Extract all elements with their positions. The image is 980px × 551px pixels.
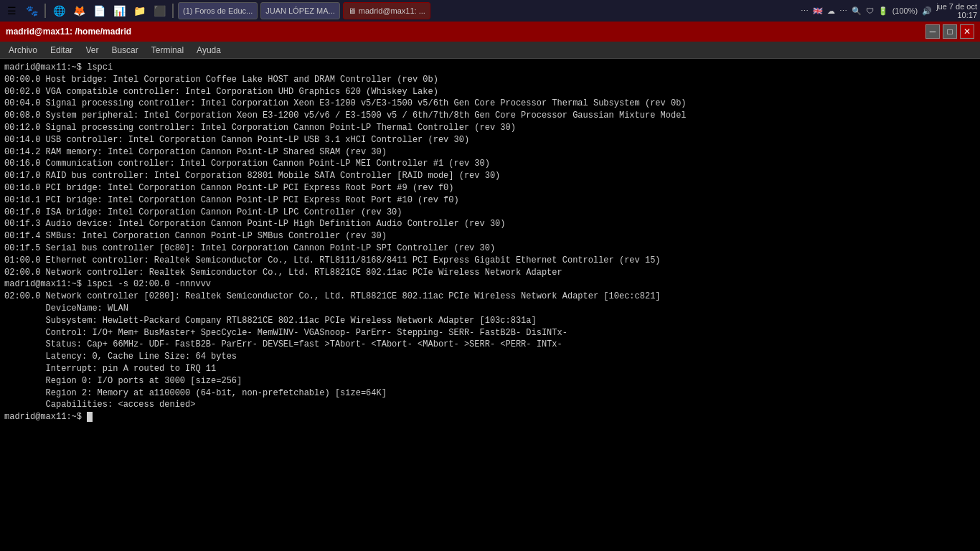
taskbar-separator2 [172, 4, 174, 18]
taskbar-paw-icon[interactable]: 🐾 [23, 2, 40, 19]
menu-bar: Archivo Editar Ver Buscar Terminal Ayuda [0, 42, 980, 59]
taskbar-search-icon[interactable]: 🔍 [852, 6, 862, 16]
taskbar-terminal-icon[interactable]: ⬛ [151, 2, 168, 19]
taskbar-cloud-icon[interactable]: ☁ [827, 6, 835, 16]
menu-terminal[interactable]: Terminal [146, 44, 189, 57]
terminal-title: madrid@max11: /home/madrid [6, 27, 131, 37]
taskbar-shield-icon[interactable]: 🛡 [866, 6, 874, 15]
taskbar-more-btn[interactable]: ⋯ [801, 6, 809, 16]
taskbar-firefox-icon[interactable]: 🦊 [70, 2, 88, 19]
menu-buscar[interactable]: Buscar [105, 44, 143, 57]
taskbar-spreadsheet-icon[interactable]: 📊 [110, 2, 128, 19]
taskbar-files-icon[interactable]: 📁 [131, 2, 148, 19]
taskbar-separator [44, 4, 46, 18]
terminal-window: madrid@max11: /home/madrid ─ □ ✕ Archivo… [0, 22, 980, 551]
terminal-title-bar: madrid@max11: /home/madrid ─ □ ✕ [0, 22, 980, 42]
close-button[interactable]: ✕ [960, 24, 974, 39]
taskbar-volume-icon[interactable]: 🔊 [922, 6, 932, 16]
taskbar-clock: jue 7 de oct 10:17 [936, 2, 977, 19]
taskbar-tab-foros-label: (1) Foros de Educ... [183, 6, 253, 15]
taskbar-flag-icon[interactable]: 🇬🇧 [813, 6, 823, 16]
taskbar-menu-icon[interactable]: ☰ [3, 2, 20, 19]
taskbar-tab-foros[interactable]: (1) Foros de Educ... [178, 2, 258, 19]
taskbar: ☰ 🐾 🌐 🦊 📄 📊 📁 ⬛ (1) Foros de Educ... JUA… [0, 0, 980, 22]
terminal-tab-icon: 🖥 [348, 6, 356, 15]
minimize-button[interactable]: ─ [925, 24, 940, 39]
taskbar-right-area: ⋯ 🇬🇧 ☁ ⋯ 🔍 🛡 🔋 (100%) 🔊 jue 7 de oct 10:… [801, 2, 977, 19]
taskbar-doc-icon[interactable]: 📄 [90, 2, 108, 19]
menu-archivo[interactable]: Archivo [3, 44, 43, 57]
taskbar-tab-juan[interactable]: JUAN LÓPEZ MA... [260, 2, 340, 19]
maximize-button[interactable]: □ [943, 24, 957, 39]
taskbar-tab-terminal-label: madrid@max11: ... [359, 6, 425, 15]
window-controls: ─ □ ✕ [923, 24, 974, 39]
taskbar-tab-terminal[interactable]: 🖥 madrid@max11: ... [343, 2, 430, 19]
taskbar-browser-icon[interactable]: 🌐 [50, 2, 67, 19]
menu-ayuda[interactable]: Ayuda [191, 44, 227, 57]
taskbar-battery-icon: 🔋 [878, 6, 888, 16]
taskbar-tab-juan-label: JUAN LÓPEZ MA... [265, 6, 335, 15]
taskbar-dots-btn[interactable]: ⋯ [839, 6, 847, 16]
menu-editar[interactable]: Editar [44, 44, 78, 57]
taskbar-battery-pct: (100%) [892, 6, 918, 15]
terminal-content[interactable]: madrid@max11:~$ lspci 00:00.0 Host bridg… [0, 59, 980, 551]
menu-ver[interactable]: Ver [80, 44, 104, 57]
